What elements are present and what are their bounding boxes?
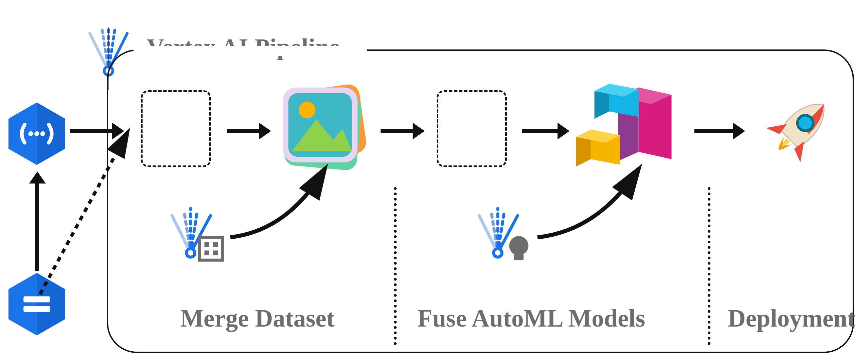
svg-point-31 (493, 249, 502, 257)
svg-rect-29 (204, 250, 209, 255)
label-merge-dataset: Merge Dataset (180, 304, 335, 333)
step-box-fuse-input (437, 90, 507, 167)
title-border-mask (133, 46, 367, 56)
arrow-fuse-source-to-model (534, 161, 648, 247)
vertex-dataset-source-icon (163, 197, 224, 264)
svg-point-32 (509, 236, 528, 255)
svg-rect-33 (514, 254, 524, 260)
label-fuse-automl: Fuse AutoML Models (417, 304, 645, 333)
rocket-icon (754, 87, 841, 174)
svg-rect-28 (213, 242, 218, 247)
section-divider-2 (708, 187, 710, 345)
arrow-image-to-step2 (380, 129, 414, 133)
svg-rect-30 (213, 250, 218, 255)
vertex-model-source-icon (471, 197, 531, 264)
step-box-merge-input (141, 90, 211, 167)
label-deployment: Deployment (728, 304, 855, 333)
svg-point-3 (28, 131, 33, 136)
svg-rect-8 (23, 306, 50, 312)
svg-rect-27 (204, 242, 209, 247)
svg-rect-26 (199, 237, 222, 260)
arrow-storage-to-step1-dashed (37, 127, 133, 301)
svg-point-25 (186, 249, 195, 257)
svg-point-14 (299, 102, 315, 118)
section-divider-1 (394, 187, 397, 345)
arrow-step1-to-image (227, 129, 260, 133)
arrow-merge-source-to-image (227, 161, 334, 247)
arrow-model-to-deploy (694, 129, 735, 133)
arrow-step2-to-model (522, 129, 559, 133)
vertex-stem-line (108, 27, 109, 90)
